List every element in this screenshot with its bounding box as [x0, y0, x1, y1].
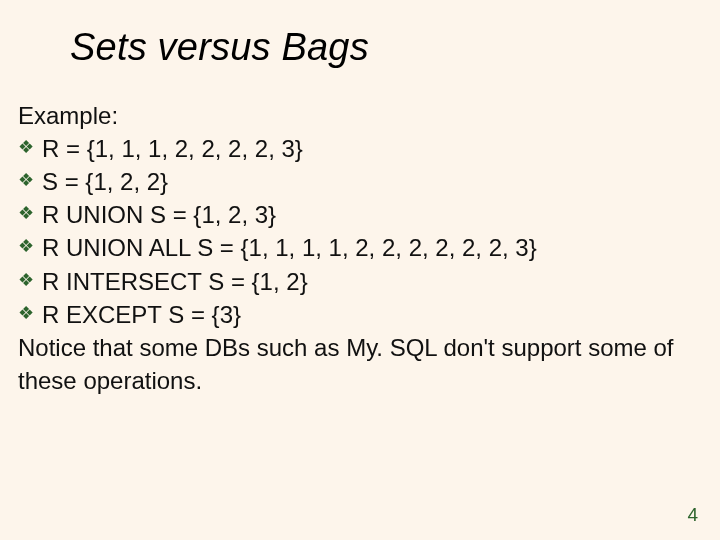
- list-item: ❖ R UNION ALL S = {1, 1, 1, 1, 2, 2, 2, …: [18, 231, 696, 264]
- list-item: ❖ R EXCEPT S = {3}: [18, 298, 696, 331]
- list-item: ❖ S = {1, 2, 2}: [18, 165, 696, 198]
- example-label: Example:: [18, 99, 696, 132]
- notice-text: Notice that some DBs such as My. SQL don…: [18, 331, 696, 397]
- slide-title: Sets versus Bags: [0, 0, 720, 69]
- bullet-text: R INTERSECT S = {1, 2}: [42, 265, 308, 298]
- diamond-bullet-icon: ❖: [18, 198, 34, 229]
- list-item: ❖ R = {1, 1, 1, 2, 2, 2, 2, 3}: [18, 132, 696, 165]
- bullet-text: R = {1, 1, 1, 2, 2, 2, 2, 3}: [42, 132, 303, 165]
- bullet-text: R EXCEPT S = {3}: [42, 298, 241, 331]
- bullet-text: R UNION ALL S = {1, 1, 1, 1, 2, 2, 2, 2,…: [42, 231, 537, 264]
- page-number: 4: [687, 504, 698, 526]
- diamond-bullet-icon: ❖: [18, 231, 34, 262]
- diamond-bullet-icon: ❖: [18, 298, 34, 329]
- slide: Sets versus Bags Example: ❖ R = {1, 1, 1…: [0, 0, 720, 540]
- bullet-text: S = {1, 2, 2}: [42, 165, 168, 198]
- bullet-text: R UNION S = {1, 2, 3}: [42, 198, 276, 231]
- slide-body: Example: ❖ R = {1, 1, 1, 2, 2, 2, 2, 3} …: [0, 69, 720, 397]
- list-item: ❖ R INTERSECT S = {1, 2}: [18, 265, 696, 298]
- diamond-bullet-icon: ❖: [18, 265, 34, 296]
- list-item: ❖ R UNION S = {1, 2, 3}: [18, 198, 696, 231]
- diamond-bullet-icon: ❖: [18, 165, 34, 196]
- diamond-bullet-icon: ❖: [18, 132, 34, 163]
